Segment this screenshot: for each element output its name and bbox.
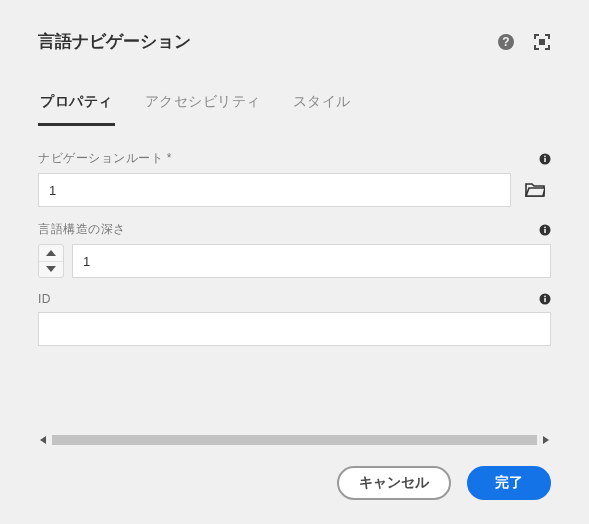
horizontal-scrollbar[interactable] <box>38 414 551 440</box>
browse-folder-button[interactable] <box>519 173 551 207</box>
svg-text:?: ? <box>502 35 509 49</box>
cancel-button[interactable]: キャンセル <box>337 466 451 500</box>
structure-depth-label: 言語構造の深さ <box>38 221 126 238</box>
id-input[interactable] <box>38 312 551 346</box>
tab-accessibility[interactable]: アクセシビリティ <box>143 87 263 126</box>
tab-properties[interactable]: プロパティ <box>38 87 115 126</box>
scroll-right-icon[interactable] <box>541 435 551 445</box>
info-icon[interactable] <box>539 293 551 305</box>
svg-rect-7 <box>544 229 546 233</box>
svg-rect-5 <box>544 155 546 157</box>
info-icon[interactable] <box>539 224 551 236</box>
dialog-header: 言語ナビゲーション ? <box>38 30 551 53</box>
id-label: ID <box>38 292 51 306</box>
done-button[interactable]: 完了 <box>467 466 551 500</box>
tab-style[interactable]: スタイル <box>291 87 353 126</box>
dialog-footer: キャンセル 完了 <box>38 466 551 500</box>
navigation-root-input[interactable] <box>38 173 511 207</box>
stepper-up-button[interactable] <box>39 245 63 262</box>
structure-depth-input[interactable] <box>72 244 551 278</box>
svg-rect-10 <box>544 298 546 302</box>
svg-rect-11 <box>544 296 546 298</box>
field-navigation-root: ナビゲーションルート * <box>38 150 551 207</box>
depth-stepper <box>38 244 64 278</box>
stepper-down-button[interactable] <box>39 262 63 278</box>
svg-rect-8 <box>544 226 546 228</box>
field-structure-depth: 言語構造の深さ <box>38 221 551 278</box>
header-icons: ? <box>497 33 551 51</box>
tab-list: プロパティ アクセシビリティ スタイル <box>38 87 551 126</box>
fullscreen-icon[interactable] <box>533 33 551 51</box>
scrollbar-thumb[interactable] <box>52 435 537 445</box>
dialog-title: 言語ナビゲーション <box>38 30 497 53</box>
svg-rect-4 <box>544 158 546 162</box>
scroll-left-icon[interactable] <box>38 435 48 445</box>
info-icon[interactable] <box>539 153 551 165</box>
svg-rect-2 <box>539 39 545 45</box>
dialog: 言語ナビゲーション ? プロパティ アクセシビリティ スタイル ナビゲーションル… <box>0 0 589 524</box>
navigation-root-label: ナビゲーションルート * <box>38 150 172 167</box>
help-icon[interactable]: ? <box>497 33 515 51</box>
properties-panel: ナビゲーションルート * 言語構造の深さ <box>38 144 551 440</box>
field-id: ID <box>38 292 551 346</box>
